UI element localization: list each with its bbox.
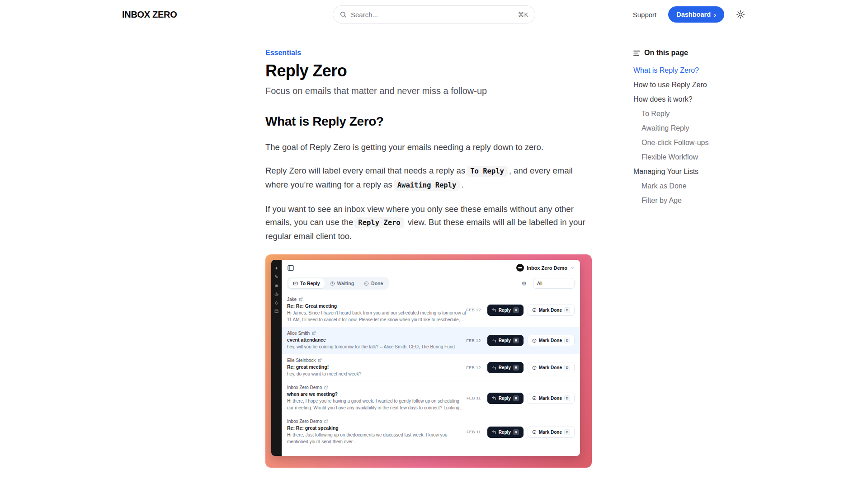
reply-button[interactable]: Reply R <box>487 427 524 438</box>
email-subject: Re: great meeting! <box>287 364 466 370</box>
email-subject: event attendance <box>287 337 466 343</box>
inline-code-reply-zero: Reply Zero <box>354 217 404 228</box>
email-content: Elie Steinbock Re: great meeting! hey, d… <box>287 358 466 377</box>
kbd-d: D <box>564 395 570 401</box>
breadcrumb[interactable]: Essentials <box>265 49 301 57</box>
clock-icon <box>330 281 335 286</box>
toc-item-awaiting-reply[interactable]: Awaiting Reply <box>633 124 764 132</box>
email-content: Inbox Zero Demo Re: Re: great speaking H… <box>287 419 467 445</box>
email-sender: Inbox Zero Demo <box>287 419 322 424</box>
theme-toggle-button[interactable] <box>736 10 745 19</box>
main-layout: Essentials Reply Zero Focus on emails th… <box>0 29 868 488</box>
page-title: Reply Zero <box>265 61 592 80</box>
sparkles-icon[interactable]: ✦ <box>274 266 278 271</box>
app-main: Inbox Zero Demo To Reply <box>282 260 580 456</box>
inline-code-to-reply: To Reply <box>467 166 508 177</box>
logo[interactable]: INBOX ZERO <box>122 9 177 20</box>
external-link-icon[interactable] <box>324 419 328 423</box>
email-row[interactable]: Elie Steinbock Re: great meeting! hey, d… <box>282 354 580 381</box>
filter-select[interactable]: All <box>533 278 575 289</box>
tab-controls: ⚙ All <box>521 278 575 289</box>
mark-done-button[interactable]: Mark Done D <box>528 335 575 346</box>
email-actions: FEB 12 Reply R Mark Done <box>466 305 575 316</box>
mark-done-button[interactable]: Mark Done D <box>528 362 575 373</box>
email-row[interactable]: Inbox Zero Demo when are we meeting? Hi … <box>282 381 580 415</box>
email-date: FEB 12 <box>466 338 481 343</box>
toc-item-managing-your-lists[interactable]: Managing Your Lists <box>633 167 764 176</box>
email-date: FEB 11 <box>467 430 481 434</box>
stats-icon[interactable]: ▤ <box>274 309 278 314</box>
app-tab-row: To Reply Waiting Done <box>282 276 580 293</box>
paragraph-goal: The goal of Reply Zero is getting your e… <box>265 141 592 154</box>
search-input[interactable] <box>351 11 514 19</box>
toc-item-how-does-it-work[interactable]: How does it work? <box>633 95 764 103</box>
nav-right: Support Dashboard › <box>633 6 745 23</box>
tab-label: Waiting <box>337 281 354 286</box>
email-sender: Alice Smith <box>287 331 310 336</box>
history-icon[interactable]: ◷ <box>274 292 278 296</box>
paragraph-inbox-view: If you want to see an inbox view where y… <box>265 202 592 243</box>
section-heading-what-is: What is Reply Zero? <box>265 114 592 129</box>
reply-button[interactable]: Reply R <box>487 393 524 404</box>
check-circle-icon <box>532 396 537 400</box>
mark-done-button[interactable]: Mark Done D <box>528 427 575 438</box>
kbd-r: R <box>513 395 519 401</box>
mark-done-button[interactable]: Mark Done D <box>528 305 575 316</box>
tab-to-reply[interactable]: To Reply <box>288 278 325 288</box>
toc-title: On this page <box>644 49 688 57</box>
email-subject: when are we meeting? <box>287 391 467 397</box>
toc-item-what-is-reply-zero[interactable]: What is Reply Zero? <box>633 66 764 75</box>
reply-button[interactable]: Reply R <box>487 335 524 346</box>
mark-done-label: Mark Done <box>539 308 562 313</box>
support-link[interactable]: Support <box>633 11 657 19</box>
compose-icon[interactable]: ✎ <box>274 275 278 279</box>
reply-button[interactable]: Reply R <box>487 362 524 373</box>
account-menu[interactable]: Inbox Zero Demo <box>516 264 575 272</box>
search-icon <box>340 11 347 18</box>
mark-done-button[interactable]: Mark Done D <box>528 393 575 404</box>
dashboard-button[interactable]: Dashboard › <box>668 6 724 23</box>
email-actions: FEB 11 Reply R Mark Done <box>467 427 575 438</box>
toc-nav: What is Reply Zero? How to use Reply Zer… <box>633 66 764 205</box>
toc-list-icon <box>633 50 640 56</box>
filter-value: All <box>537 281 542 286</box>
panel-toggle-icon[interactable] <box>287 264 294 272</box>
check-circle-icon <box>364 281 369 286</box>
toc-item-mark-as-done[interactable]: Mark as Done <box>633 182 764 190</box>
email-preview: Hi there, Just following up on thedocume… <box>287 432 467 445</box>
gear-icon[interactable]: ⚙ <box>521 281 527 286</box>
external-link-icon[interactable] <box>318 358 322 362</box>
app-window: ✦ ✎ ⊞ ◷ ◇ ▤ <box>271 260 580 456</box>
toc-item-flexible-workflow[interactable]: Flexible Workflow <box>633 153 764 161</box>
tab-label: Done <box>371 281 383 286</box>
tab-label: To Reply <box>300 281 320 286</box>
toc-item-one-click-follow-ups[interactable]: One-click Follow-ups <box>633 138 764 147</box>
toc-item-filter-by-age[interactable]: Filter by Age <box>633 196 764 205</box>
email-preview: Hi James, Since I haven’t heard back fro… <box>287 310 466 323</box>
kbd-d: D <box>564 338 570 343</box>
email-actions: FEB 12 Reply R Mark Done <box>466 335 575 346</box>
external-link-icon[interactable] <box>312 331 316 335</box>
tab-waiting[interactable]: Waiting <box>326 278 359 288</box>
external-link-icon[interactable] <box>299 297 303 301</box>
external-link-icon[interactable] <box>324 385 328 389</box>
email-row[interactable]: Jake Re: Re: Great meeting Hi James, Sin… <box>282 293 580 327</box>
reply-button[interactable]: Reply R <box>487 305 524 316</box>
email-sender: Jake <box>287 297 297 302</box>
search-bar[interactable]: ⌘K <box>333 5 535 23</box>
email-row[interactable]: Inbox Zero Demo Re: Re: great speaking H… <box>282 415 580 449</box>
email-preview: hey, will you be coming tomorrow for the… <box>287 343 466 350</box>
tag-icon[interactable]: ◇ <box>275 300 278 305</box>
email-content: Inbox Zero Demo when are we meeting? Hi … <box>287 385 467 411</box>
email-list: Jake Re: Re: Great meeting Hi James, Sin… <box>282 293 580 456</box>
search-shortcut: ⌘K <box>518 11 528 18</box>
email-row[interactable]: Alice Smith event attendance hey, will y… <box>282 327 580 354</box>
toc-item-how-to-use[interactable]: How to use Reply Zero <box>633 80 764 89</box>
tab-done[interactable]: Done <box>359 278 387 288</box>
email-sender: Inbox Zero Demo <box>287 385 322 390</box>
inbox-icon[interactable]: ⊞ <box>274 283 278 288</box>
dashboard-button-label: Dashboard <box>676 11 711 18</box>
toc-item-to-reply[interactable]: To Reply <box>633 109 764 118</box>
top-navigation: INBOX ZERO ⌘K Support Dashboard › <box>0 0 868 29</box>
kbd-r: R <box>513 429 519 435</box>
